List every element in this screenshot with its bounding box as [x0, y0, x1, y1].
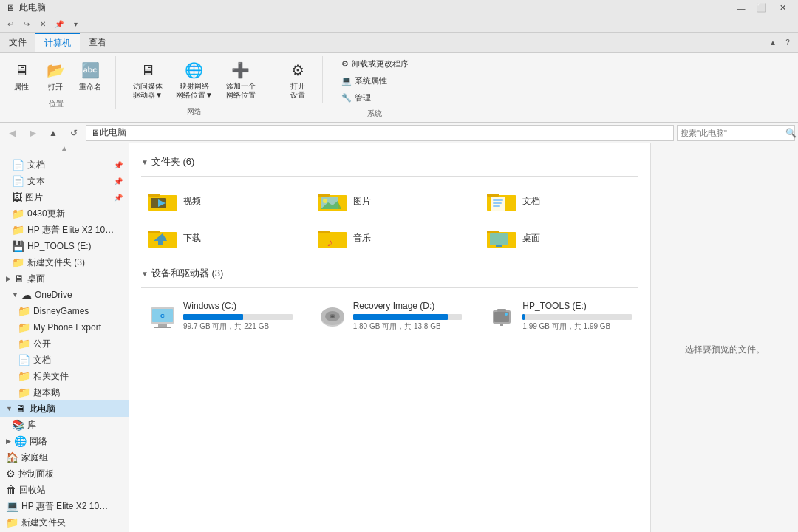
- sidebar-item-text[interactable]: 📄 文本 📌: [0, 173, 129, 189]
- rename-icon: 🔤: [80, 60, 100, 81]
- folder-section-header[interactable]: ▼ 文件夹 (6): [141, 155, 638, 168]
- sidebar-item-hp-tools[interactable]: 💾 HP_TOOLS (E:): [0, 238, 129, 254]
- sidebar-item-zhao[interactable]: 📁 赵本鹅: [0, 384, 129, 400]
- sidebar: ▲ 📄 文档 📌 📄 文本 📌 🖼 图片 📌 📁 0430更新: [0, 143, 129, 532]
- ribbon-map-network-button[interactable]: 🌐 映射网络网络位置▼: [171, 56, 218, 103]
- maximize-button[interactable]: ⬜: [752, 1, 771, 15]
- nav-refresh-button[interactable]: ↺: [65, 124, 83, 142]
- drive-section-header[interactable]: ▼ 设备和驱动器 (3): [141, 267, 638, 280]
- ribbon-group-network: 🖥 访问媒体驱动器▼ 🌐 映射网络网络位置▼ ➕ 添加一个网络位置 网络: [128, 56, 270, 117]
- nav-up-button[interactable]: ▲: [44, 124, 62, 142]
- ribbon-content: 🖥 属性 📂 打开 🔤 重命名 位置 🖥 访问媒体驱动器▼: [0, 53, 798, 122]
- sidebar-item-docs[interactable]: 📄 文档 📌: [0, 157, 129, 173]
- folder-item-video[interactable]: 视频: [141, 184, 299, 218]
- minimize-button[interactable]: —: [732, 1, 751, 15]
- explorer-icon: 🖥: [6, 3, 15, 13]
- search-input[interactable]: [681, 129, 782, 137]
- sidebar-item-disney[interactable]: 📁 DisneyGames: [0, 303, 129, 319]
- sidebar-item-public[interactable]: 📁 公开: [0, 335, 129, 352]
- sidebar-item-network[interactable]: ▶ 🌐 网络: [0, 433, 129, 449]
- svg-point-34: [331, 316, 334, 318]
- sidebar-item-newfolder3[interactable]: 📁 新建文件夹 (3): [0, 254, 129, 270]
- ribbon-media-drive-button[interactable]: 🖥 访问媒体驱动器▼: [128, 56, 168, 103]
- drive-item-e[interactable]: HP_TOOLS (E:) 1.99 GB 可用，共 1.99 GB: [480, 296, 638, 337]
- ribbon-manage-button[interactable]: 🔧 管理: [338, 90, 412, 106]
- drive-section-title: 设备和驱动器 (3): [151, 267, 224, 280]
- ribbon-collapse-button[interactable]: ▲: [765, 36, 780, 50]
- drive-bar-c: [183, 314, 243, 320]
- sidebar-item-related[interactable]: 📁 相关文件: [0, 368, 129, 384]
- drive-item-c[interactable]: C Windows (C:) 99.7 GB 可用，共 221 GB: [141, 296, 299, 337]
- qa-undo-button[interactable]: ↩: [3, 18, 18, 31]
- ribbon-tab-computer[interactable]: 计算机: [35, 33, 80, 52]
- folder-item-desktop[interactable]: 桌面: [480, 221, 638, 255]
- ribbon-properties-button[interactable]: 🖥 属性: [6, 56, 37, 96]
- qa-delete-button[interactable]: ✕: [35, 18, 50, 31]
- ribbon-group-system: ⚙ 卸载或更改程序 💻 系统属性 🔧 管理 系统: [335, 56, 424, 119]
- sidebar-item-this-pc[interactable]: ▼ 🖥 此电脑: [0, 400, 129, 417]
- nav-forward-button[interactable]: ▶: [24, 124, 41, 142]
- folder-item-downloads[interactable]: 下载: [141, 221, 299, 255]
- properties-icon: 🖥: [11, 60, 32, 81]
- close-button[interactable]: ✕: [773, 1, 792, 15]
- ribbon-add-network-button[interactable]: ➕ 添加一个网络位置: [221, 56, 261, 103]
- title-controls: — ⬜ ✕: [732, 1, 792, 15]
- desktop-icon: 🖥: [14, 273, 24, 284]
- ribbon-tab-view[interactable]: 查看: [80, 33, 115, 52]
- drive-bar-e: [522, 314, 525, 320]
- ribbon-open-button[interactable]: 📂 打开: [40, 56, 71, 96]
- drive-item-d[interactable]: Recovery Image (D:) 1.80 GB 可用，共 13.8 GB: [311, 296, 469, 337]
- address-path[interactable]: 🖥 此电脑: [86, 125, 674, 141]
- sidebar-item-homegroup[interactable]: 🏠 家庭组: [0, 449, 129, 466]
- qa-dropdown-button[interactable]: ▾: [68, 18, 83, 31]
- ribbon-uninstall-button[interactable]: ⚙ 卸载或更改程序: [338, 56, 412, 72]
- sidebar-item-hp1[interactable]: 📁 HP 惠普 Elite X2 1012 开...: [0, 222, 129, 238]
- folder-item-pictures[interactable]: 图片: [311, 184, 469, 218]
- folder-item-music[interactable]: ♪ 音乐: [311, 221, 469, 255]
- pictures-icon: 🖼: [12, 191, 22, 203]
- search-box[interactable]: 🔍: [677, 125, 795, 141]
- ribbon-tab-file[interactable]: 文件: [0, 33, 35, 52]
- folder-icon-3: 📁: [12, 256, 24, 268]
- svg-rect-28: [154, 327, 171, 328]
- sidebar-item-control-panel[interactable]: ⚙ 控制面板: [0, 466, 129, 482]
- sidebar-item-recycle[interactable]: 🗑 回收站: [0, 482, 129, 498]
- svg-rect-13: [493, 202, 502, 204]
- ribbon-rename-button[interactable]: 🔤 重命名: [74, 56, 106, 96]
- sidebar-item-desktop[interactable]: ▶ 🖥 桌面: [0, 270, 129, 287]
- drive-icon-c: C: [148, 301, 177, 331]
- map-network-icon: 🌐: [184, 60, 205, 81]
- sidebar-item-pictures[interactable]: 🖼 图片 📌: [0, 189, 129, 205]
- nav-back-button[interactable]: ◀: [3, 124, 21, 142]
- sidebar-item-hp2[interactable]: 💻 HP 惠普 Elite X2 1012 开...: [0, 498, 129, 514]
- svg-rect-5: [318, 194, 330, 197]
- drive-icon-1: 💾: [12, 240, 24, 252]
- folder-icon-desktop: [487, 226, 516, 250]
- address-path-icon: 🖥: [91, 128, 100, 138]
- qa-redo-button[interactable]: ↪: [19, 18, 34, 31]
- sidebar-item-newfolder1[interactable]: 📁 新建文件夹: [0, 514, 129, 531]
- svg-rect-23: [490, 233, 508, 245]
- open-icon: 📂: [45, 60, 66, 81]
- folder-item-docs[interactable]: 文档: [480, 184, 638, 218]
- ribbon-help-button[interactable]: ?: [780, 36, 795, 50]
- drive-name-c: Windows (C:): [183, 301, 293, 311]
- ribbon-open-settings-button[interactable]: ⚙ 打开设置: [282, 56, 313, 103]
- right-panel: 选择要预览的文件。: [650, 143, 798, 532]
- ribbon-system-props-button[interactable]: 💻 系统属性: [338, 73, 412, 89]
- svg-rect-10: [487, 194, 499, 197]
- sidebar-item-documents[interactable]: 📄 文档: [0, 352, 129, 368]
- svg-rect-12: [493, 200, 503, 201]
- svg-rect-38: [497, 309, 506, 312]
- sidebar-item-library[interactable]: 📚 库: [0, 417, 129, 433]
- sidebar-item-onedrive[interactable]: ▼ ☁ OneDrive: [0, 287, 129, 303]
- sidebar-section-quick: 📄 文档 📌 📄 文本 📌 🖼 图片 📌 📁 0430更新 📁 HP 惠普 El: [0, 154, 129, 532]
- sidebar-item-0430[interactable]: 📁 0430更新: [0, 205, 129, 222]
- uninstall-icon: ⚙: [341, 59, 349, 69]
- drive-bar-c-container: [183, 314, 293, 320]
- sidebar-item-myphone[interactable]: 📁 My Phone Export: [0, 319, 129, 335]
- media-drive-icon: 🖥: [137, 60, 158, 81]
- sidebar-scroll-up[interactable]: ▲: [0, 143, 129, 154]
- preview-text: 选择要预览的文件。: [685, 344, 765, 356]
- qa-pin-button[interactable]: 📌: [52, 18, 66, 31]
